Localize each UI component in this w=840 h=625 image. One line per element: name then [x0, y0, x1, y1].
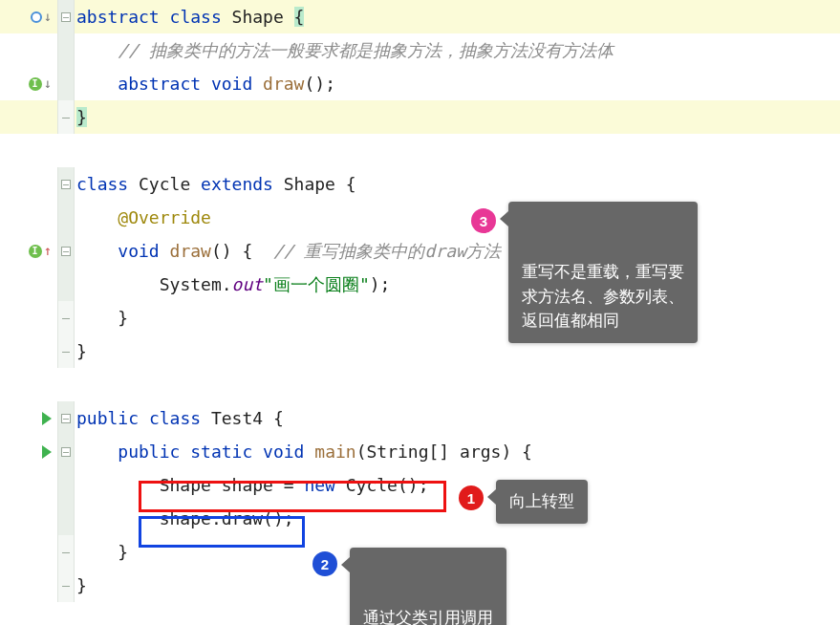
- annotation-text: 重写不是重载，重写要 求方法名、参数列表、 返回值都相同: [522, 263, 684, 330]
- blank-line: [0, 134, 840, 167]
- fold-strip: [57, 468, 75, 502]
- bubble-arrow-icon: [341, 557, 350, 572]
- code-line[interactable]: I ↑ void draw() { // 重写抽象类中的draw方法: [0, 234, 840, 268]
- code-text[interactable]: public static void main(String[] args) {: [75, 435, 840, 468]
- gutter[interactable]: I ↓: [0, 67, 57, 100]
- blank-line: [0, 368, 840, 401]
- fold-strip[interactable]: [57, 0, 75, 33]
- fold-strip[interactable]: [57, 401, 75, 435]
- gutter[interactable]: [0, 435, 57, 468]
- code-line[interactable]: }: [0, 301, 840, 334]
- fold-strip[interactable]: [57, 301, 75, 334]
- code-text[interactable]: }: [75, 100, 840, 134]
- implemented-gutter-icon[interactable]: I: [29, 77, 42, 91]
- code-text[interactable]: void draw() { // 重写抽象类中的draw方法: [75, 234, 840, 268]
- fold-collapse-icon[interactable]: [61, 414, 71, 423]
- code-line[interactable]: // 抽象类中的方法一般要求都是抽象方法，抽象方法没有方法体: [0, 33, 840, 67]
- implemented-gutter-icon[interactable]: I: [29, 245, 42, 258]
- arrow-up-icon: ↑: [44, 234, 52, 268]
- arrow-down-icon: ↓: [44, 0, 52, 33]
- code-line[interactable]: System.out"画一个圆圈");: [0, 268, 840, 301]
- annotation-bubble-1: 向上转型: [496, 480, 588, 524]
- fold-end-icon: [61, 113, 71, 122]
- bubble-arrow-icon: [500, 211, 508, 226]
- code-line[interactable]: shape.draw();: [0, 502, 840, 535]
- code-line[interactable]: }: [0, 100, 840, 134]
- gutter[interactable]: ↓: [0, 0, 57, 33]
- fold-end-icon: [61, 347, 71, 356]
- code-line[interactable]: Shape shape = new Cycle();: [0, 468, 840, 502]
- code-text[interactable]: abstract void draw();: [75, 67, 840, 100]
- fold-end-icon: [61, 548, 71, 557]
- code-line[interactable]: @Override: [0, 201, 840, 234]
- fold-strip[interactable]: [57, 167, 75, 201]
- run-gutter-icon[interactable]: [42, 445, 52, 459]
- annotation-badge-1: 1: [459, 485, 484, 510]
- fold-collapse-icon[interactable]: [61, 247, 71, 256]
- gutter[interactable]: [0, 401, 57, 435]
- code-line[interactable]: }: [0, 334, 840, 368]
- fold-collapse-icon[interactable]: [61, 180, 71, 189]
- fold-end-icon: [61, 313, 71, 323]
- fold-strip[interactable]: [57, 535, 75, 569]
- code-line[interactable]: ↓ abstract class Shape {: [0, 0, 840, 33]
- annotation-badge-3: 3: [471, 208, 496, 233]
- code-text[interactable]: shape.draw();: [75, 502, 840, 535]
- override-gutter-icon[interactable]: [31, 11, 42, 23]
- fold-collapse-icon[interactable]: [61, 447, 71, 457]
- fold-strip[interactable]: [57, 334, 75, 368]
- run-gutter-icon[interactable]: [42, 412, 52, 425]
- gutter: [0, 33, 57, 67]
- fold-strip: [57, 67, 75, 100]
- code-line[interactable]: public class Test4 {: [0, 401, 840, 435]
- fold-strip: [57, 201, 75, 234]
- code-text[interactable]: }: [75, 301, 840, 334]
- arrow-down-icon: ↓: [44, 67, 52, 100]
- code-text[interactable]: class Cycle extends Shape {: [75, 167, 840, 201]
- fold-strip[interactable]: [57, 234, 75, 268]
- gutter: [0, 167, 57, 201]
- gutter[interactable]: I ↑: [0, 234, 57, 268]
- fold-collapse-icon[interactable]: [61, 12, 71, 22]
- fold-strip[interactable]: [57, 435, 75, 468]
- gutter: [0, 100, 57, 134]
- fold-strip: [57, 268, 75, 301]
- fold-strip[interactable]: [57, 100, 75, 134]
- code-editor[interactable]: ↓ abstract class Shape { // 抽象类中的方法一般要求都…: [0, 0, 840, 602]
- annotation-text: 向上转型: [509, 492, 574, 510]
- code-text[interactable]: abstract class Shape {: [75, 0, 840, 33]
- fold-end-icon: [61, 581, 71, 591]
- code-line[interactable]: I ↓ abstract void draw();: [0, 67, 840, 100]
- bubble-arrow-icon: [487, 489, 496, 505]
- code-text[interactable]: public class Test4 {: [75, 401, 840, 435]
- code-text[interactable]: @Override: [75, 201, 840, 234]
- code-text[interactable]: // 抽象类中的方法一般要求都是抽象方法，抽象方法没有方法体: [75, 33, 840, 67]
- annotation-badge-2: 2: [312, 551, 337, 576]
- code-line[interactable]: public static void main(String[] args) {: [0, 435, 840, 468]
- code-text[interactable]: }: [75, 334, 840, 368]
- annotation-text: 通过父类引用调用 子类重写的方法: [363, 609, 493, 625]
- annotation-bubble-2: 通过父类引用调用 子类重写的方法: [350, 548, 506, 625]
- code-line[interactable]: class Cycle extends Shape {: [0, 167, 840, 201]
- annotation-bubble-3: 重写不是重载，重写要 求方法名、参数列表、 返回值都相同: [508, 202, 698, 343]
- code-text[interactable]: System.out"画一个圆圈");: [75, 268, 840, 301]
- fold-strip[interactable]: [57, 569, 75, 602]
- code-text[interactable]: Shape shape = new Cycle();: [75, 468, 840, 502]
- fold-strip: [57, 33, 75, 67]
- fold-strip: [57, 502, 75, 535]
